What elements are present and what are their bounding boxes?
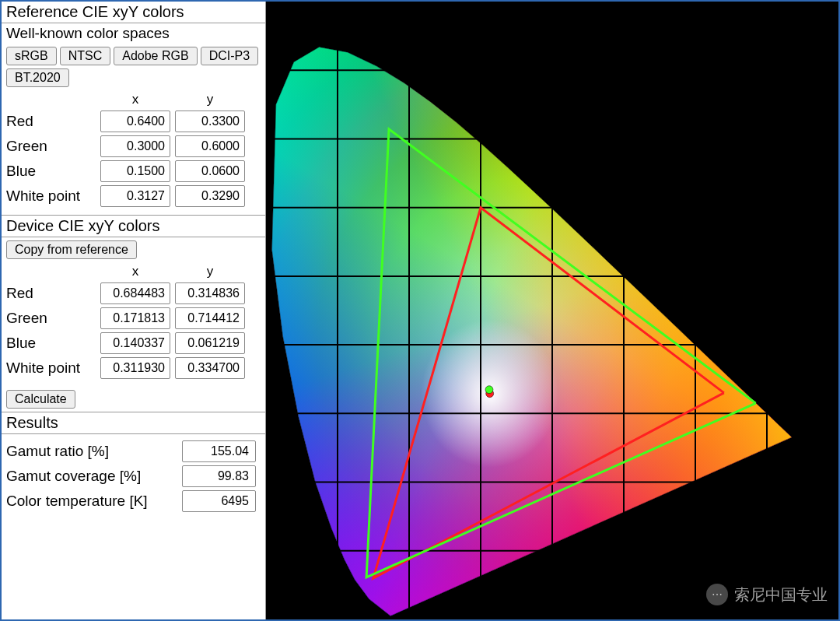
- dev-blue-y[interactable]: [175, 332, 245, 354]
- device-table: x y Red Green Blue White point: [2, 262, 265, 387]
- ref-red-y[interactable]: [175, 111, 245, 132]
- chromaticity-chart: ⋯ 索尼中国专业: [266, 2, 838, 619]
- presets-header: Well-known color spaces: [2, 23, 265, 44]
- results-table: Gamut ratio [%] Gamut coverage [%] Color…: [2, 434, 265, 518]
- ref-red-x[interactable]: [100, 111, 170, 132]
- ref-col-y: y: [175, 92, 245, 107]
- res-colortemp-value: [182, 490, 256, 512]
- dev-white-y[interactable]: [175, 357, 245, 379]
- ref-green-x[interactable]: [100, 135, 170, 157]
- dev-white-x[interactable]: [100, 357, 170, 379]
- dev-white-label: White point: [6, 360, 96, 377]
- dev-green-label: Green: [6, 310, 96, 327]
- watermark-text: 索尼中国专业: [734, 584, 828, 605]
- ref-white-y[interactable]: [175, 185, 245, 207]
- preset-bt2020[interactable]: BT.2020: [6, 68, 69, 87]
- ref-blue-label: Blue: [6, 163, 96, 180]
- dev-red-label: Red: [6, 285, 96, 302]
- preset-buttons: sRGB NTSC Adobe RGB DCI-P3 BT.2020: [2, 44, 265, 90]
- ref-red-label: Red: [6, 113, 96, 130]
- ref-green-y[interactable]: [175, 135, 245, 157]
- res-ratio-value: [182, 440, 256, 462]
- ref-blue-y[interactable]: [175, 160, 245, 182]
- dev-green-x[interactable]: [100, 307, 170, 329]
- sidebar: Reference CIE xyY colors Well-known colo…: [2, 2, 266, 619]
- dev-col-x: x: [100, 264, 170, 279]
- results-header: Results: [2, 412, 265, 434]
- res-ratio-label: Gamut ratio [%]: [6, 443, 177, 460]
- copy-from-reference-button[interactable]: Copy from reference: [6, 240, 137, 259]
- marker-Device white: [485, 386, 493, 394]
- ref-white-label: White point: [6, 188, 96, 205]
- preset-srgb[interactable]: sRGB: [6, 47, 57, 65]
- device-header: Device CIE xyY colors: [2, 215, 265, 237]
- dev-green-y[interactable]: [175, 307, 245, 329]
- preset-ntsc[interactable]: NTSC: [60, 47, 111, 65]
- wechat-icon: ⋯: [706, 584, 728, 605]
- ref-white-x[interactable]: [100, 185, 170, 207]
- ref-col-x: x: [100, 92, 170, 107]
- reference-header: Reference CIE xyY colors: [2, 2, 265, 23]
- dev-red-x[interactable]: [100, 282, 170, 304]
- preset-adobergb[interactable]: Adobe RGB: [114, 47, 197, 65]
- dev-red-y[interactable]: [175, 282, 245, 304]
- reference-table: x y Red Green Blue White point: [2, 90, 265, 215]
- watermark: ⋯ 索尼中国专业: [706, 584, 828, 605]
- res-coverage-label: Gamut coverage [%]: [6, 468, 177, 485]
- dev-blue-x[interactable]: [100, 332, 170, 354]
- preset-dcip3[interactable]: DCI-P3: [201, 47, 258, 65]
- res-coverage-value: [182, 465, 256, 487]
- dev-col-y: y: [175, 264, 245, 279]
- ref-green-label: Green: [6, 138, 96, 155]
- app-window: Reference CIE xyY colors Well-known colo…: [0, 0, 840, 621]
- ref-blue-x[interactable]: [100, 160, 170, 182]
- dev-blue-label: Blue: [6, 335, 96, 352]
- chromaticity-svg: [266, 2, 838, 619]
- calculate-button[interactable]: Calculate: [6, 390, 75, 409]
- res-colortemp-label: Color temperature [K]: [6, 493, 177, 510]
